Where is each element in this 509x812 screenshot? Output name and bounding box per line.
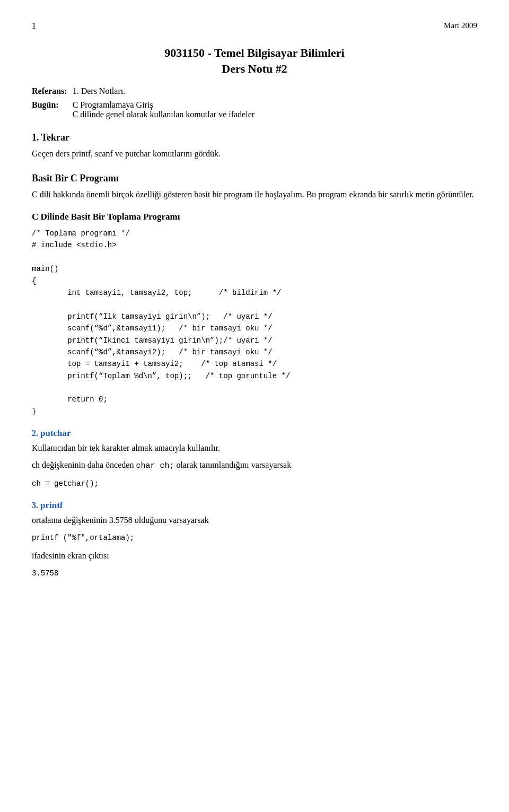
toplama-code: /* Toplama programi */ # include <stdio.…: [32, 228, 477, 417]
reference-value: 1. Ders Notları.: [73, 86, 126, 95]
section2-body2: ch değişkeninin daha önceden char ch; ol…: [32, 459, 477, 473]
sub-title: Ders Notu #2: [32, 62, 477, 76]
section2-block: 2. putchar: [32, 428, 477, 439]
bugun-label: Bugün:: [32, 100, 59, 109]
section3-output: 3.5758: [32, 567, 477, 579]
toplama-heading: C Dilinde Basit Bir Toplama Programı: [32, 212, 477, 222]
date: Mart 2009: [444, 21, 477, 30]
section2-number: 2.: [32, 429, 38, 438]
section2-code1: char ch;: [136, 461, 174, 470]
section2-body2-prefix: ch değişkeninin daha önceden: [32, 460, 136, 469]
page-number: 1: [32, 21, 36, 31]
section3-body2: ifadesinin ekran çıktısı: [32, 549, 477, 562]
section2-code: ch = getchar();: [32, 478, 477, 490]
basit-body1: C dili hakkında önemli birçok özelliği g…: [32, 188, 477, 201]
section3-code: printf ("%f",ortalama);: [32, 532, 477, 544]
reference-label: Referans:: [32, 86, 67, 95]
section3-number: 3.: [32, 501, 38, 510]
main-title: 9031150 - Temel Bilgisayar Bilimleri: [32, 46, 477, 60]
reference-block: Referans: 1. Ders Notları. Bugün: C Prog…: [32, 86, 477, 119]
bugun-value-line2: C dilinde genel olarak kullanılan komutl…: [73, 110, 254, 119]
section2-body: Kullanıcıdan bir tek karakter almak amac…: [32, 442, 477, 455]
basit-heading: Basit Bir C Programı: [32, 173, 477, 184]
section3-body1: ortalama değişkeninin 3.5758 olduğunu va…: [32, 514, 477, 527]
section3-heading: printf: [40, 500, 63, 510]
section3-block: 3. printf: [32, 500, 477, 511]
section2-body2-suffix: olarak tanımlandığını varsayarsak: [174, 460, 291, 469]
section1-body: Geçen ders printf, scanf ve putchar komu…: [32, 147, 477, 160]
bugun-value-line1: C Programlamaya Giriş: [73, 100, 153, 109]
section1-heading: 1. Tekrar: [32, 132, 477, 143]
section2-heading: putchar: [40, 428, 71, 438]
